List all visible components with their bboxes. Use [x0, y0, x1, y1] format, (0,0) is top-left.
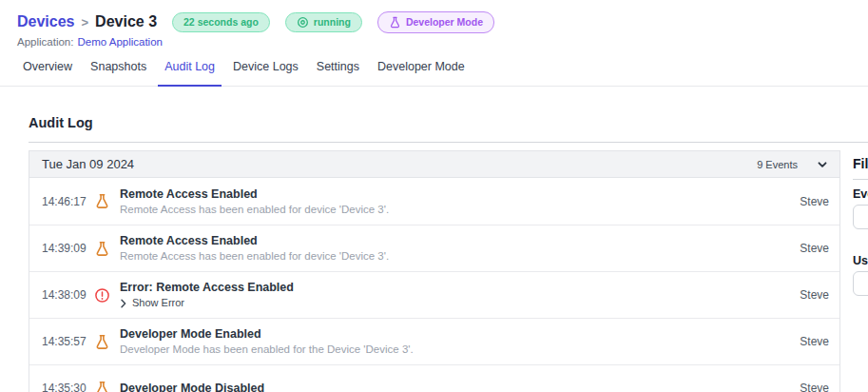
page-header: Devices > Device 3 22 seconds ago runnin…	[0, 0, 868, 50]
event-title: Developer Mode Enabled	[120, 327, 414, 341]
event-user: Steve	[800, 382, 829, 392]
show-error-label: Show Error	[132, 297, 184, 309]
event-title: Error: Remote Access Enabled	[120, 281, 294, 294]
tab-bar: Overview Snapshots Audit Log Device Logs…	[0, 52, 868, 87]
tab-overview[interactable]: Overview	[16, 52, 79, 87]
event-time: 14:35:57	[42, 335, 91, 348]
breadcrumb-separator-icon: >	[82, 15, 89, 29]
event-time: 14:39:09	[42, 242, 91, 255]
flask-icon	[389, 16, 401, 29]
error-icon	[93, 287, 110, 304]
event-description: Remote Access has been enabled for devic…	[120, 250, 389, 263]
breadcrumb-devices-link[interactable]: Devices	[17, 13, 75, 30]
audit-log-row: 14:35:30 Developer Mode Disabled Steve	[29, 364, 839, 392]
last-seen-badge: 22 seconds ago	[172, 12, 270, 32]
users-filter-input[interactable]	[853, 271, 868, 296]
device-detail-page: Devices > Device 3 22 seconds ago runnin…	[0, 0, 868, 392]
filter-title: Filter	[853, 156, 868, 172]
event-title: Remote Access Enabled	[120, 234, 389, 247]
developer-mode-badge-label: Developer Mode	[406, 16, 483, 28]
audit-log-row: 14:35:57 Developer Mode Enabled Develope…	[29, 318, 839, 364]
event-time: 14:35:30	[42, 382, 91, 392]
audit-log-row: 14:46:17 Remote Access Enabled Remote Ac…	[29, 178, 839, 225]
event-user: Steve	[800, 242, 829, 255]
tab-settings[interactable]: Settings	[310, 52, 366, 87]
application-link[interactable]: Demo Application	[77, 36, 163, 48]
flask-icon	[93, 193, 110, 209]
section-title: Audit Log	[29, 115, 868, 132]
event-time: 14:38:09	[42, 288, 91, 302]
day-group-header: Tue Jan 09 2024 9 Events	[29, 151, 839, 178]
tab-device-logs[interactable]: Device Logs	[226, 52, 305, 87]
filter-panel: Filter Events Users	[853, 150, 868, 296]
developer-mode-badge: Developer Mode	[377, 11, 494, 33]
audit-log-row: 14:39:09 Remote Access Enabled Remote Ac…	[29, 225, 839, 271]
event-description: Remote Access has been enabled for devic…	[120, 204, 389, 216]
status-badge-label: running	[314, 16, 351, 28]
status-badge: running	[285, 12, 362, 32]
flask-icon	[93, 381, 110, 392]
event-title: Developer Mode Disabled	[120, 382, 264, 392]
page-title: Device 3	[95, 13, 157, 30]
users-filter-label: Users	[853, 254, 868, 268]
last-seen-badge-label: 22 seconds ago	[183, 16, 259, 28]
event-user: Steve	[800, 288, 829, 302]
event-time: 14:46:17	[42, 195, 91, 208]
collapse-day-button[interactable]	[817, 159, 828, 170]
events-filter-input[interactable]	[853, 205, 868, 229]
record-icon	[297, 16, 309, 29]
audit-log-table: Tue Jan 09 2024 9 Events 14:46:17	[29, 150, 840, 392]
section-divider	[29, 142, 868, 143]
event-user: Steve	[800, 335, 829, 348]
application-row: Application:Demo Application	[17, 36, 868, 50]
chevron-right-icon	[120, 299, 127, 308]
event-description: Developer Mode has been enabled for the …	[120, 343, 414, 356]
event-title: Remote Access Enabled	[120, 187, 389, 201]
tab-audit-log[interactable]: Audit Log	[158, 52, 222, 87]
day-group-date: Tue Jan 09 2024	[42, 157, 134, 171]
tab-snapshots[interactable]: Snapshots	[84, 52, 153, 87]
show-error-link[interactable]: Show Error	[120, 297, 294, 309]
flask-icon	[93, 241, 110, 257]
flask-icon	[93, 334, 110, 350]
application-label: Application:	[17, 36, 73, 48]
event-user: Steve	[800, 195, 829, 208]
tab-developer-mode[interactable]: Developer Mode	[371, 52, 472, 87]
filter-divider	[853, 179, 868, 180]
chevron-down-icon	[817, 159, 828, 170]
events-filter-label: Events	[853, 187, 868, 202]
events-count: 9 Events	[757, 159, 798, 170]
audit-log-row: 14:38:09 Error: Remote Access Enabled	[29, 271, 839, 318]
breadcrumb: Devices > Device 3 22 seconds ago runnin…	[17, 11, 868, 32]
content-row: Tue Jan 09 2024 9 Events 14:46:17	[29, 150, 868, 392]
